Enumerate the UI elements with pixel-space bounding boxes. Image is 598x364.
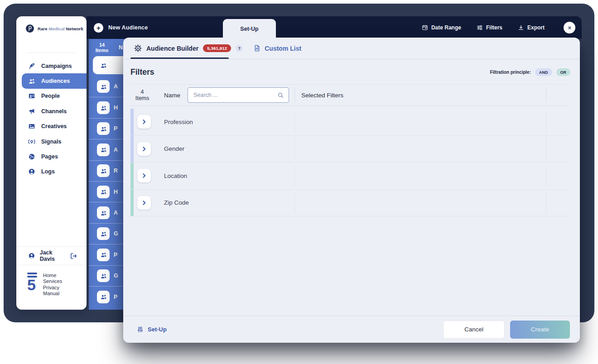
audience-builder-modal: Audience Builder 5,361,912 ? Custom List… xyxy=(123,38,580,343)
audience-list-panel: 14 Items N A H P A xyxy=(89,39,125,310)
active-tab-underline xyxy=(130,57,229,59)
people-icon xyxy=(100,105,107,111)
filter-row-zipcode[interactable]: Zip Code xyxy=(130,190,569,217)
expand-button[interactable] xyxy=(137,115,151,129)
audience-tile[interactable] xyxy=(97,206,110,219)
sidebar-item-label: Audiences xyxy=(41,78,70,84)
selected-filters-column-header: Selected Filters xyxy=(301,92,343,99)
audience-count: 14 Items xyxy=(92,42,112,53)
audience-tile[interactable] xyxy=(97,59,110,72)
filter-row-gender[interactable]: Gender xyxy=(130,136,569,163)
expand-button[interactable] xyxy=(137,196,151,210)
chevron-right-icon xyxy=(141,172,147,179)
rocket-icon xyxy=(28,62,35,70)
audience-list-item[interactable]: G xyxy=(89,223,125,244)
and-toggle[interactable]: AND xyxy=(535,68,552,76)
audience-name-partial: G xyxy=(114,230,118,237)
sidebar-item-label: Campaigns xyxy=(41,63,72,69)
audience-list-item[interactable]: R xyxy=(89,160,125,181)
audience-list-item[interactable]: A xyxy=(89,76,125,97)
create-button[interactable]: Create xyxy=(510,321,570,339)
people-icon xyxy=(100,125,107,132)
new-audience-button[interactable]: + New Audience xyxy=(87,23,148,33)
people-icon xyxy=(100,62,107,69)
footer-setup-tab[interactable]: Set-Up xyxy=(137,326,167,333)
people-icon xyxy=(100,230,107,237)
audience-tile[interactable] xyxy=(97,269,110,282)
row-divider xyxy=(546,165,546,187)
filters-button[interactable]: Filters xyxy=(477,24,502,31)
audience-list-item[interactable]: H xyxy=(89,181,125,202)
filter-row-profession[interactable]: Profession xyxy=(130,109,569,136)
audience-count-number: 14 xyxy=(92,42,112,48)
expand-button[interactable] xyxy=(137,142,151,156)
sidebar-item-pages[interactable]: Pages xyxy=(16,149,87,164)
logout-button[interactable] xyxy=(70,252,77,260)
footer-link-home[interactable]: Home xyxy=(43,273,62,278)
setup-tab[interactable]: Set-Up xyxy=(223,19,276,39)
audience-list-item[interactable]: P xyxy=(89,118,125,139)
audience-name-partial: A xyxy=(114,210,118,216)
calendar-icon xyxy=(422,24,428,31)
sidebar-item-logs[interactable]: Logs xyxy=(16,164,87,179)
audience-list-item[interactable]: H xyxy=(89,97,125,118)
export-label: Export xyxy=(527,24,545,31)
new-audience-label: New Audience xyxy=(108,24,148,31)
audience-tile[interactable] xyxy=(97,227,110,240)
audience-list-item[interactable]: G xyxy=(89,265,125,286)
sidebar-item-creatives[interactable]: Creatives xyxy=(16,119,87,134)
audience-tile[interactable] xyxy=(97,122,110,135)
filter-row-label: Profession xyxy=(164,119,193,125)
sidebar-item-people[interactable]: People xyxy=(16,89,87,104)
audience-tile[interactable] xyxy=(97,144,110,156)
sidebar-item-signals[interactable]: Signals xyxy=(16,134,87,149)
or-toggle[interactable]: OR xyxy=(556,68,571,76)
export-button[interactable]: Export xyxy=(518,24,545,31)
plus-icon[interactable]: + xyxy=(94,23,103,33)
expand-button[interactable] xyxy=(137,169,151,182)
audience-tile[interactable] xyxy=(97,101,110,114)
audience-list-header: 14 Items N xyxy=(89,39,125,56)
search-icon xyxy=(277,92,284,99)
modal-tabs: Audience Builder 5,361,912 ? Custom List xyxy=(123,38,580,59)
audience-tile[interactable] xyxy=(97,80,110,93)
sidebar-item-label: Channels xyxy=(41,108,67,115)
footer-link-manual[interactable]: Manual xyxy=(43,291,62,297)
audience-tile[interactable] xyxy=(97,291,110,303)
signal-icon xyxy=(28,138,35,145)
footer-link-services[interactable]: Services xyxy=(43,278,62,284)
filter-count-number: 4 xyxy=(130,89,154,96)
audience-list-item[interactable]: P xyxy=(89,286,125,307)
cancel-button[interactable]: Cancel xyxy=(443,321,505,339)
close-button[interactable] xyxy=(564,22,575,34)
sidebar-item-label: Signals xyxy=(41,139,61,145)
filter-row-label: Zip Code xyxy=(164,199,189,206)
user-name: Jack Davis xyxy=(40,249,65,262)
audience-list-item[interactable]: P xyxy=(89,244,125,265)
name-column-header: Name xyxy=(164,92,181,99)
filter-search-input[interactable] xyxy=(193,91,275,99)
filter-row-location[interactable]: Location xyxy=(130,163,569,190)
chevron-right-icon xyxy=(141,146,147,152)
audience-name-partial: P xyxy=(114,294,117,300)
top-bar: + New Audience Date Range Filters Export xyxy=(87,16,582,39)
audience-tile[interactable] xyxy=(97,249,110,261)
footer-link-privacy[interactable]: Privacy xyxy=(43,285,62,291)
globe-icon xyxy=(28,153,35,160)
tab-audience-builder[interactable]: Audience Builder 5,361,912 ? xyxy=(134,44,243,52)
sidebar-item-channels[interactable]: Channels xyxy=(16,104,87,119)
chevron-right-icon xyxy=(141,119,147,125)
audience-list-item[interactable]: A xyxy=(89,202,125,223)
audience-list-item[interactable]: A xyxy=(89,139,125,160)
logout-icon xyxy=(70,252,77,260)
brand-name: Rare Medical Network xyxy=(38,26,83,31)
tab-custom-list[interactable]: Custom List xyxy=(254,45,301,52)
sidebar-item-audiences[interactable]: Audiences xyxy=(22,73,87,88)
filter-table-header: 4 Items Name Selected Filters xyxy=(130,84,569,106)
date-range-button[interactable]: Date Range xyxy=(422,24,461,31)
image-icon xyxy=(28,123,35,130)
audience-tile[interactable] xyxy=(97,186,110,198)
sidebar-item-campaigns[interactable]: Campaigns xyxy=(16,58,87,73)
audience-tile[interactable] xyxy=(97,164,110,177)
help-button[interactable]: ? xyxy=(236,45,243,52)
